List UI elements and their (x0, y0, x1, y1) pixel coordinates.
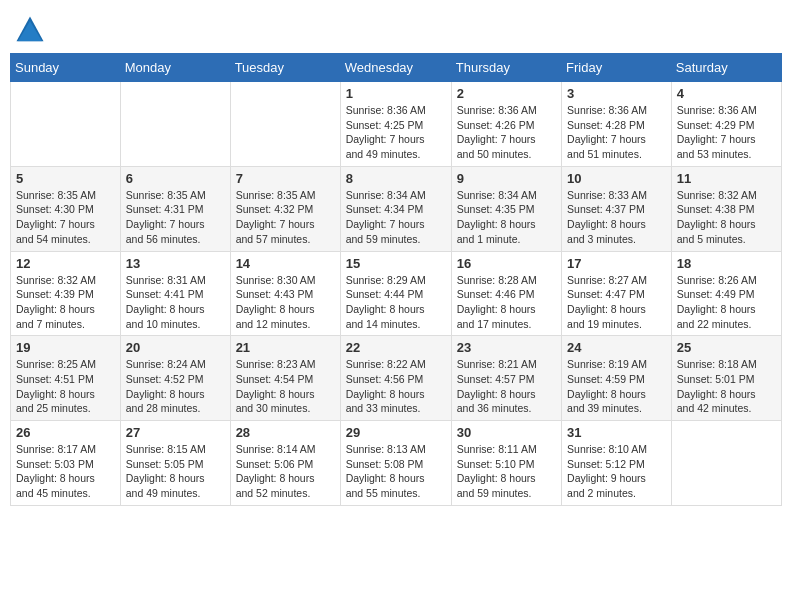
calendar-cell: 25Sunrise: 8:18 AM Sunset: 5:01 PM Dayli… (671, 336, 781, 421)
calendar-cell: 11Sunrise: 8:32 AM Sunset: 4:38 PM Dayli… (671, 166, 781, 251)
day-number: 10 (567, 171, 666, 186)
day-info: Sunrise: 8:25 AM Sunset: 4:51 PM Dayligh… (16, 357, 115, 416)
day-number: 16 (457, 256, 556, 271)
calendar-cell: 9Sunrise: 8:34 AM Sunset: 4:35 PM Daylig… (451, 166, 561, 251)
day-info: Sunrise: 8:33 AM Sunset: 4:37 PM Dayligh… (567, 188, 666, 247)
calendar-cell: 28Sunrise: 8:14 AM Sunset: 5:06 PM Dayli… (230, 421, 340, 506)
day-info: Sunrise: 8:19 AM Sunset: 4:59 PM Dayligh… (567, 357, 666, 416)
calendar-cell: 24Sunrise: 8:19 AM Sunset: 4:59 PM Dayli… (562, 336, 672, 421)
calendar-cell: 6Sunrise: 8:35 AM Sunset: 4:31 PM Daylig… (120, 166, 230, 251)
calendar-cell: 29Sunrise: 8:13 AM Sunset: 5:08 PM Dayli… (340, 421, 451, 506)
day-number: 17 (567, 256, 666, 271)
logo (15, 15, 49, 45)
day-info: Sunrise: 8:26 AM Sunset: 4:49 PM Dayligh… (677, 273, 776, 332)
calendar-cell: 1Sunrise: 8:36 AM Sunset: 4:25 PM Daylig… (340, 82, 451, 167)
day-info: Sunrise: 8:30 AM Sunset: 4:43 PM Dayligh… (236, 273, 335, 332)
calendar-week-row: 26Sunrise: 8:17 AM Sunset: 5:03 PM Dayli… (11, 421, 782, 506)
day-info: Sunrise: 8:10 AM Sunset: 5:12 PM Dayligh… (567, 442, 666, 501)
calendar-week-row: 1Sunrise: 8:36 AM Sunset: 4:25 PM Daylig… (11, 82, 782, 167)
day-number: 18 (677, 256, 776, 271)
day-info: Sunrise: 8:36 AM Sunset: 4:28 PM Dayligh… (567, 103, 666, 162)
day-info: Sunrise: 8:36 AM Sunset: 4:25 PM Dayligh… (346, 103, 446, 162)
weekday-header-row: SundayMondayTuesdayWednesdayThursdayFrid… (11, 54, 782, 82)
calendar-cell: 18Sunrise: 8:26 AM Sunset: 4:49 PM Dayli… (671, 251, 781, 336)
day-info: Sunrise: 8:24 AM Sunset: 4:52 PM Dayligh… (126, 357, 225, 416)
logo-icon (15, 15, 45, 45)
calendar-cell: 12Sunrise: 8:32 AM Sunset: 4:39 PM Dayli… (11, 251, 121, 336)
weekday-header-sunday: Sunday (11, 54, 121, 82)
calendar-cell: 19Sunrise: 8:25 AM Sunset: 4:51 PM Dayli… (11, 336, 121, 421)
day-number: 20 (126, 340, 225, 355)
day-number: 2 (457, 86, 556, 101)
day-info: Sunrise: 8:36 AM Sunset: 4:26 PM Dayligh… (457, 103, 556, 162)
day-info: Sunrise: 8:29 AM Sunset: 4:44 PM Dayligh… (346, 273, 446, 332)
day-info: Sunrise: 8:36 AM Sunset: 4:29 PM Dayligh… (677, 103, 776, 162)
day-number: 23 (457, 340, 556, 355)
calendar-cell: 22Sunrise: 8:22 AM Sunset: 4:56 PM Dayli… (340, 336, 451, 421)
day-info: Sunrise: 8:21 AM Sunset: 4:57 PM Dayligh… (457, 357, 556, 416)
day-info: Sunrise: 8:35 AM Sunset: 4:32 PM Dayligh… (236, 188, 335, 247)
day-number: 4 (677, 86, 776, 101)
day-number: 31 (567, 425, 666, 440)
calendar-cell: 13Sunrise: 8:31 AM Sunset: 4:41 PM Dayli… (120, 251, 230, 336)
day-info: Sunrise: 8:35 AM Sunset: 4:31 PM Dayligh… (126, 188, 225, 247)
day-number: 19 (16, 340, 115, 355)
calendar-cell: 21Sunrise: 8:23 AM Sunset: 4:54 PM Dayli… (230, 336, 340, 421)
day-info: Sunrise: 8:28 AM Sunset: 4:46 PM Dayligh… (457, 273, 556, 332)
day-number: 5 (16, 171, 115, 186)
day-number: 12 (16, 256, 115, 271)
calendar-cell (120, 82, 230, 167)
calendar-cell: 8Sunrise: 8:34 AM Sunset: 4:34 PM Daylig… (340, 166, 451, 251)
day-number: 21 (236, 340, 335, 355)
calendar-cell: 30Sunrise: 8:11 AM Sunset: 5:10 PM Dayli… (451, 421, 561, 506)
calendar-cell: 15Sunrise: 8:29 AM Sunset: 4:44 PM Dayli… (340, 251, 451, 336)
calendar-cell: 16Sunrise: 8:28 AM Sunset: 4:46 PM Dayli… (451, 251, 561, 336)
calendar-cell (11, 82, 121, 167)
day-info: Sunrise: 8:32 AM Sunset: 4:39 PM Dayligh… (16, 273, 115, 332)
day-info: Sunrise: 8:17 AM Sunset: 5:03 PM Dayligh… (16, 442, 115, 501)
calendar-cell: 20Sunrise: 8:24 AM Sunset: 4:52 PM Dayli… (120, 336, 230, 421)
day-number: 3 (567, 86, 666, 101)
day-number: 14 (236, 256, 335, 271)
page-header (10, 10, 782, 45)
weekday-header-tuesday: Tuesday (230, 54, 340, 82)
calendar-cell: 27Sunrise: 8:15 AM Sunset: 5:05 PM Dayli… (120, 421, 230, 506)
day-number: 22 (346, 340, 446, 355)
day-info: Sunrise: 8:31 AM Sunset: 4:41 PM Dayligh… (126, 273, 225, 332)
day-number: 25 (677, 340, 776, 355)
calendar-cell: 14Sunrise: 8:30 AM Sunset: 4:43 PM Dayli… (230, 251, 340, 336)
calendar-week-row: 5Sunrise: 8:35 AM Sunset: 4:30 PM Daylig… (11, 166, 782, 251)
day-number: 28 (236, 425, 335, 440)
calendar-cell: 10Sunrise: 8:33 AM Sunset: 4:37 PM Dayli… (562, 166, 672, 251)
calendar-cell: 3Sunrise: 8:36 AM Sunset: 4:28 PM Daylig… (562, 82, 672, 167)
day-info: Sunrise: 8:34 AM Sunset: 4:35 PM Dayligh… (457, 188, 556, 247)
calendar-cell: 23Sunrise: 8:21 AM Sunset: 4:57 PM Dayli… (451, 336, 561, 421)
day-info: Sunrise: 8:27 AM Sunset: 4:47 PM Dayligh… (567, 273, 666, 332)
day-number: 24 (567, 340, 666, 355)
day-number: 30 (457, 425, 556, 440)
weekday-header-saturday: Saturday (671, 54, 781, 82)
day-number: 26 (16, 425, 115, 440)
svg-marker-1 (18, 21, 42, 41)
day-info: Sunrise: 8:34 AM Sunset: 4:34 PM Dayligh… (346, 188, 446, 247)
day-info: Sunrise: 8:22 AM Sunset: 4:56 PM Dayligh… (346, 357, 446, 416)
day-number: 27 (126, 425, 225, 440)
day-info: Sunrise: 8:35 AM Sunset: 4:30 PM Dayligh… (16, 188, 115, 247)
calendar-cell: 17Sunrise: 8:27 AM Sunset: 4:47 PM Dayli… (562, 251, 672, 336)
calendar-week-row: 19Sunrise: 8:25 AM Sunset: 4:51 PM Dayli… (11, 336, 782, 421)
calendar-cell: 7Sunrise: 8:35 AM Sunset: 4:32 PM Daylig… (230, 166, 340, 251)
day-number: 6 (126, 171, 225, 186)
day-number: 11 (677, 171, 776, 186)
calendar-table: SundayMondayTuesdayWednesdayThursdayFrid… (10, 53, 782, 506)
day-info: Sunrise: 8:15 AM Sunset: 5:05 PM Dayligh… (126, 442, 225, 501)
day-number: 9 (457, 171, 556, 186)
day-info: Sunrise: 8:14 AM Sunset: 5:06 PM Dayligh… (236, 442, 335, 501)
calendar-cell (671, 421, 781, 506)
day-info: Sunrise: 8:23 AM Sunset: 4:54 PM Dayligh… (236, 357, 335, 416)
calendar-cell: 4Sunrise: 8:36 AM Sunset: 4:29 PM Daylig… (671, 82, 781, 167)
calendar-cell (230, 82, 340, 167)
calendar-cell: 26Sunrise: 8:17 AM Sunset: 5:03 PM Dayli… (11, 421, 121, 506)
weekday-header-thursday: Thursday (451, 54, 561, 82)
calendar-week-row: 12Sunrise: 8:32 AM Sunset: 4:39 PM Dayli… (11, 251, 782, 336)
day-number: 13 (126, 256, 225, 271)
